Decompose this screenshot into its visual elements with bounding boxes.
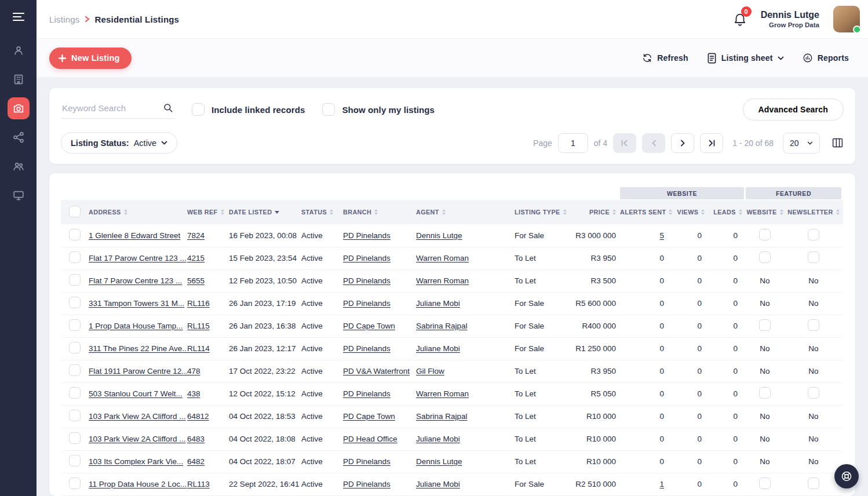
web_ref-link[interactable]: 7824 (187, 231, 205, 240)
sort-icon[interactable] (701, 209, 705, 215)
address-link[interactable]: 503 Stanlou Court 7 Welt... (89, 389, 183, 398)
address-link[interactable]: 103 Park View 2A Clifford ... (89, 412, 186, 421)
newsletter-flag-checkbox[interactable] (808, 251, 819, 263)
sort-icon[interactable] (669, 209, 672, 215)
search-input[interactable] (62, 103, 157, 113)
agent-link[interactable]: Juliane Mobi (416, 344, 460, 353)
column-chooser-button[interactable] (831, 137, 844, 149)
branch-link[interactable]: PD V&A Waterfront (343, 367, 410, 375)
web_ref-link[interactable]: 478 (187, 367, 200, 375)
agent-link[interactable]: Sabrina Rajpal (416, 412, 468, 421)
row-checkbox[interactable] (69, 319, 81, 331)
sort-icon[interactable] (124, 209, 127, 215)
website-flag-checkbox[interactable] (759, 251, 771, 263)
agent-link[interactable]: Sabrina Rajpal (416, 322, 468, 330)
alerts-link[interactable]: 1 (659, 480, 664, 488)
web_ref-link[interactable]: RL113 (187, 480, 210, 488)
search-icon[interactable] (163, 103, 173, 113)
include-linked-checkbox[interactable] (192, 103, 205, 116)
agent-link[interactable]: Warren Roman (416, 254, 469, 262)
sidebar-item-desktop[interactable] (8, 184, 30, 206)
web_ref-link[interactable]: RL116 (187, 299, 210, 308)
sidebar-item-listings[interactable] (8, 97, 30, 119)
row-checkbox[interactable] (69, 387, 81, 399)
address-link[interactable]: 11 Prop Data House 2 Loc... (89, 480, 187, 488)
agent-link[interactable]: Juliane Mobi (416, 480, 460, 488)
row-checkbox[interactable] (69, 364, 81, 376)
website-flag-checkbox[interactable] (759, 319, 771, 331)
branch-link[interactable]: PD Head Office (343, 435, 397, 443)
web_ref-link[interactable]: 5655 (187, 276, 205, 285)
row-checkbox[interactable] (69, 297, 81, 308)
agent-link[interactable]: Warren Roman (416, 276, 469, 285)
address-link[interactable]: 311 The Pines 22 Pine Ave... (89, 344, 187, 353)
alerts-link[interactable]: 5 (659, 231, 664, 240)
web_ref-link[interactable]: 438 (187, 389, 200, 398)
branch-link[interactable]: PD Cape Town (343, 412, 395, 421)
agent-link[interactable]: Warren Roman (416, 389, 469, 398)
new-listing-button[interactable]: New Listing (49, 48, 132, 69)
breadcrumb-listings[interactable]: Listings (49, 14, 79, 24)
web_ref-link[interactable]: 64812 (187, 412, 209, 421)
row-checkbox[interactable] (69, 229, 81, 240)
agent-link[interactable]: Dennis Lutge (416, 231, 462, 240)
website-flag-checkbox[interactable] (759, 387, 771, 399)
web_ref-link[interactable]: RL114 (187, 344, 210, 353)
sort-icon[interactable] (563, 209, 567, 215)
address-link[interactable]: Flat 7 Parow Centre 123 ... (89, 276, 182, 285)
sort-icon[interactable] (275, 211, 279, 214)
branch-link[interactable]: PD Pinelands (343, 344, 391, 353)
sort-icon[interactable] (374, 209, 378, 215)
select-all-checkbox[interactable] (69, 206, 81, 217)
newsletter-flag-checkbox[interactable] (808, 319, 819, 331)
sort-icon[interactable] (330, 209, 333, 215)
branch-link[interactable]: PD Pinelands (343, 231, 391, 240)
web_ref-link[interactable]: RL115 (187, 322, 210, 330)
branch-link[interactable]: PD Pinelands (343, 389, 391, 398)
sidebar-item-agents[interactable] (8, 39, 30, 61)
agent-link[interactable]: Dennis Lutge (416, 457, 462, 466)
address-link[interactable]: 1 Glenlee 8 Edward Street (89, 231, 180, 240)
page-first-button[interactable] (613, 133, 636, 153)
sort-icon[interactable] (221, 209, 224, 215)
page-last-button[interactable] (700, 133, 723, 153)
branch-link[interactable]: PD Pinelands (343, 254, 391, 262)
row-checkbox[interactable] (69, 342, 81, 353)
branch-link[interactable]: PD Pinelands (343, 457, 391, 466)
address-link[interactable]: 103 Park View 2A Clifford ... (89, 435, 186, 443)
row-checkbox[interactable] (69, 432, 81, 444)
reports-button[interactable]: Reports (803, 53, 849, 63)
listing-status-select[interactable]: Listing Status: Active (61, 132, 177, 154)
web_ref-link[interactable]: 6482 (187, 457, 205, 466)
branch-link[interactable]: PD Pinelands (343, 299, 391, 308)
page-number-input[interactable] (558, 133, 588, 153)
row-checkbox[interactable] (69, 251, 81, 263)
sidebar-item-contacts[interactable] (8, 155, 30, 177)
branch-link[interactable]: PD Pinelands (343, 480, 391, 488)
agent-link[interactable]: Gil Flow (416, 367, 444, 375)
page-size-select[interactable]: 20 (783, 133, 820, 154)
row-checkbox[interactable] (69, 410, 81, 421)
newsletter-flag-checkbox[interactable] (808, 229, 819, 240)
web_ref-link[interactable]: 6483 (187, 435, 205, 443)
branch-link[interactable]: PD Cape Town (343, 322, 395, 330)
avatar[interactable] (833, 6, 860, 32)
advanced-search-button[interactable]: Advanced Search (743, 99, 844, 121)
help-button[interactable] (834, 464, 859, 488)
address-link[interactable]: 331 Tampon Towers 31 M... (89, 299, 184, 308)
sort-icon[interactable] (442, 209, 446, 215)
address-link[interactable]: Flat 17 Parow Centre 123 ... (89, 254, 187, 262)
row-checkbox[interactable] (69, 455, 81, 466)
web_ref-link[interactable]: 4215 (187, 254, 205, 262)
website-flag-checkbox[interactable] (759, 477, 771, 489)
menu-icon[interactable] (12, 12, 25, 22)
address-link[interactable]: 103 Its Complex Park Vie... (89, 457, 183, 466)
page-prev-button[interactable] (642, 133, 665, 153)
agent-link[interactable]: Juliane Mobi (416, 435, 460, 443)
sidebar-item-network[interactable] (8, 126, 30, 148)
my-listings-checkbox[interactable] (322, 103, 335, 116)
refresh-button[interactable]: Refresh (642, 53, 688, 63)
agent-link[interactable]: Juliane Mobi (416, 299, 460, 308)
listing-sheet-button[interactable]: Listing sheet (707, 53, 784, 64)
sort-icon[interactable] (836, 209, 840, 215)
